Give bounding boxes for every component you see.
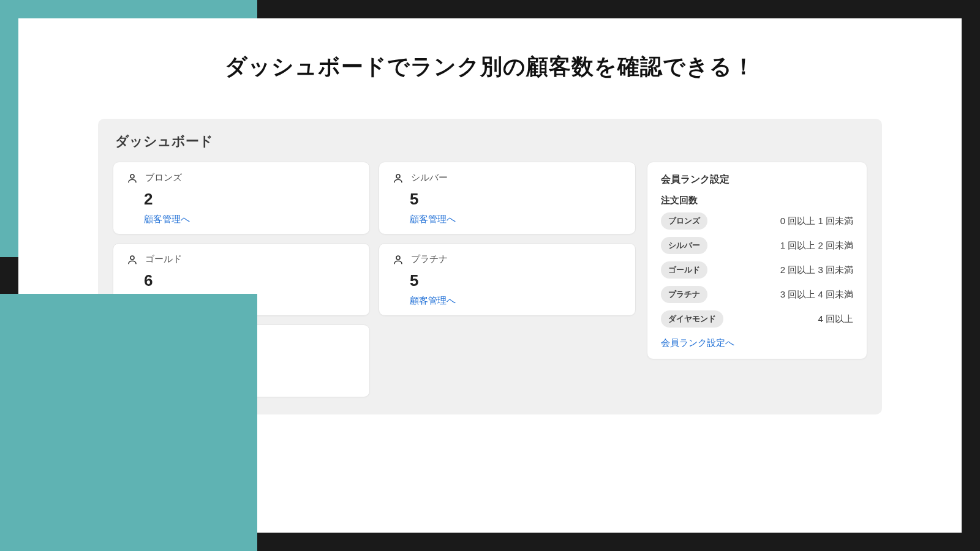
rank-card-head: ブロンズ — [127, 172, 356, 184]
customer-manage-link[interactable]: 顧客管理へ — [410, 295, 456, 305]
customer-manage-link[interactable]: 顧客管理へ — [144, 295, 190, 305]
rank-settings-subtitle: 注文回数 — [661, 195, 853, 206]
rank-condition: 2 回以上 3 回未満 — [780, 264, 853, 276]
rank-card-silver: シルバー 5 顧客管理へ — [379, 162, 636, 234]
dashboard-panel: ダッシュボード ブロンズ 2 顧客管理へ シルバー — [98, 119, 882, 414]
rank-condition: 4 回以上 — [818, 313, 853, 325]
svg-point-2 — [130, 256, 134, 260]
rank-condition: 1 回以上 2 回未満 — [780, 240, 853, 252]
rank-condition: 0 回以上 1 回未満 — [780, 216, 853, 227]
rank-card-gold: ゴールド 6 顧客管理へ — [113, 243, 370, 316]
rank-row: プラチナ 3 回以上 4 回未満 — [661, 286, 853, 303]
person-icon — [127, 335, 138, 347]
svg-point-4 — [130, 337, 134, 341]
rank-pill-gold: ゴールド — [661, 261, 707, 279]
slide-frame: ダッシュボードでランク別の顧客数を確認できる！ ダッシュボード ブロンズ 2 顧… — [0, 0, 980, 551]
rank-card-diamond: ダイヤモンド 5 顧客管理へ — [113, 324, 370, 397]
rank-card-head: シルバー — [393, 172, 622, 184]
rank-settings-title: 会員ランク設定 — [661, 173, 853, 186]
rank-card-count: 5 — [144, 353, 356, 372]
page-headline: ダッシュボードでランク別の顧客数を確認できる！ — [18, 52, 962, 82]
rank-card-platinum: プラチナ 5 顧客管理へ — [379, 243, 636, 316]
rank-card-count: 5 — [410, 271, 622, 290]
rank-pill-bronze: ブロンズ — [661, 212, 707, 230]
rank-card-count: 5 — [410, 190, 622, 209]
rank-row: ゴールド 2 回以上 3 回未満 — [661, 261, 853, 279]
rank-condition: 3 回以上 4 回未満 — [780, 289, 853, 301]
rank-card-label: ダイヤモンド — [145, 335, 200, 347]
rank-settings-card: 会員ランク設定 注文回数 ブロンズ 0 回以上 1 回未満 シルバー 1 回以上… — [647, 162, 867, 359]
rank-row: ブロンズ 0 回以上 1 回未満 — [661, 212, 853, 230]
rank-card-label: シルバー — [411, 172, 448, 184]
customer-manage-link[interactable]: 顧客管理へ — [144, 377, 190, 387]
rank-card-head: ダイヤモンド — [127, 335, 356, 347]
rank-card-bronze: ブロンズ 2 顧客管理へ — [113, 162, 370, 234]
rank-settings-link[interactable]: 会員ランク設定へ — [661, 337, 734, 349]
svg-point-1 — [396, 174, 400, 178]
person-icon — [127, 173, 138, 184]
rank-card-head: ゴールド — [127, 253, 356, 265]
person-icon — [393, 254, 404, 265]
svg-point-3 — [396, 256, 400, 260]
rank-pill-diamond: ダイヤモンド — [661, 310, 723, 328]
customer-manage-link[interactable]: 顧客管理へ — [144, 214, 190, 224]
rank-cards-grid: ブロンズ 2 顧客管理へ シルバー 5 顧客管理へ — [113, 162, 636, 397]
svg-point-0 — [130, 174, 134, 178]
rank-card-label: ブロンズ — [145, 172, 182, 184]
rank-card-label: プラチナ — [411, 253, 448, 265]
rank-card-count: 6 — [144, 271, 356, 290]
panel-content: ブロンズ 2 顧客管理へ シルバー 5 顧客管理へ — [113, 162, 867, 397]
person-icon — [127, 254, 138, 265]
panel-title: ダッシュボード — [115, 132, 867, 151]
slide-page: ダッシュボードでランク別の顧客数を確認できる！ ダッシュボード ブロンズ 2 顧… — [18, 18, 962, 533]
customer-manage-link[interactable]: 顧客管理へ — [410, 214, 456, 224]
rank-pill-platinum: プラチナ — [661, 286, 707, 303]
rank-card-label: ゴールド — [145, 253, 182, 265]
rank-pill-silver: シルバー — [661, 237, 707, 254]
rank-row: シルバー 1 回以上 2 回未満 — [661, 237, 853, 254]
rank-card-head: プラチナ — [393, 253, 622, 265]
person-icon — [393, 173, 404, 184]
rank-row: ダイヤモンド 4 回以上 — [661, 310, 853, 328]
rank-card-count: 2 — [144, 190, 356, 209]
